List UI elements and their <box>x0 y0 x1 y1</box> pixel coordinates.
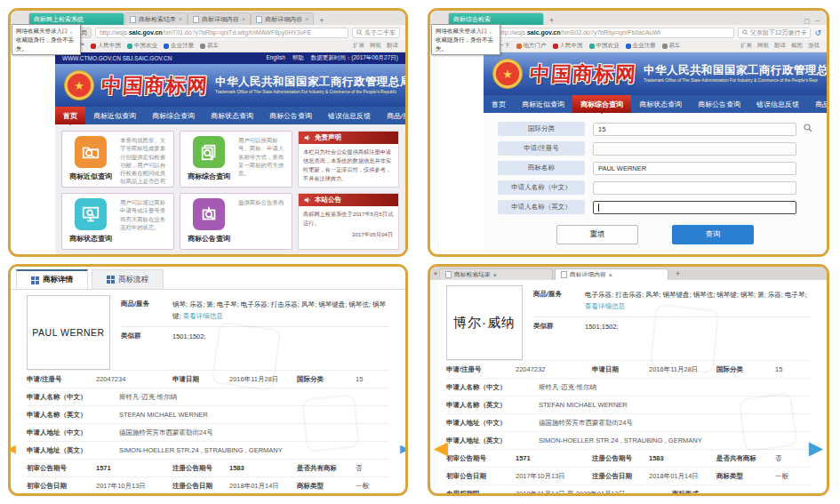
class-picker-search-icon[interactable] <box>804 124 812 132</box>
bookmark-item[interactable]: 企业注册 <box>626 42 656 50</box>
next-arrow-icon[interactable]: ▶ <box>809 437 823 459</box>
view-detail-link[interactable]: 查看详细信息 <box>183 312 223 320</box>
card-similar-search[interactable]: 商标近似查询 本查询就图形、文字等商标组成要素分别提供近似检索功能，用户可以自行… <box>61 131 174 188</box>
browser-tab[interactable]: 商标检索结果 × <box>439 268 553 280</box>
site-nav: 首页 商标近似查询 商标综合查询 商标状态查询 商标公告查询 错误信息反馈 商品… <box>55 107 405 124</box>
app-number-input[interactable] <box>593 142 796 156</box>
toolbar-games[interactable]: 游戏 <box>808 42 820 50</box>
toolbar-netbank[interactable]: 网银 <box>370 42 381 50</box>
toolbar-translate[interactable]: 翻译 <box>774 42 786 50</box>
undo-icon[interactable]: ↺ <box>814 28 821 37</box>
similar-group-label: 类似群 <box>533 322 585 333</box>
bookmark-item[interactable]: 人民中国 <box>553 42 583 50</box>
monitor-search-icon <box>75 198 107 230</box>
tab-mark-process[interactable]: 商标流程 <box>92 269 164 289</box>
mark-name-label: 商标名称 <box>498 161 585 175</box>
toolbar-screenshot[interactable]: 截图 <box>791 42 803 50</box>
bookmark-icon <box>516 44 522 49</box>
browser-tab[interactable]: 商标检索结果 × <box>124 12 188 25</box>
english-link[interactable]: English <box>266 54 284 62</box>
table-row: 初审公告期号1571 注册公告期号1583 是否共有商标否 <box>27 459 389 476</box>
bookmark-item[interactable]: 中国农业 <box>589 42 620 50</box>
detail-content: PAUL WERNER 商品/服务 钢琴; 乐器; 箫; 电子琴; 电子乐器; … <box>11 290 405 494</box>
site-header: ★ 中国商标网 中华人民共和国国家工商行政管理总局商标局 Trademark O… <box>55 64 405 107</box>
trademark-image: 博尔·威纳 <box>446 285 523 360</box>
applicant-en-input[interactable] <box>593 201 796 214</box>
table-row: 申请人地址（英文）SIMON-HOELLER STR.24 , STRAUBIN… <box>27 441 389 459</box>
trademark-image: PAUL WERNER <box>27 295 110 370</box>
tab-label: 商标综合检索 <box>453 15 491 24</box>
address-input[interactable]: http://wsjs.saic.gov.cn/txnS02.do?y7bRbp… <box>493 28 734 38</box>
mark-name-input[interactable]: PAUL WERNER <box>593 162 796 175</box>
table-row: 初审公告期号1571 注册公告期号1583 是否共有商标否 <box>446 449 811 467</box>
ctmo-emblem-icon: ★ <box>492 59 523 89</box>
close-icon[interactable]: × <box>493 272 497 278</box>
nav-gazette-search[interactable]: 商标公告查询 <box>690 95 748 113</box>
card-status-search[interactable]: 商标状态查询 用户可以通过商标申请号或注册号查询有关商标在业务流程中的状态。 <box>61 193 174 250</box>
site-nav: 首页 商标近似查询 商标综合查询 商标状态查询 商标公告查询 错误信息反馈 商品… <box>484 95 827 113</box>
nav-home[interactable]: 首页 <box>484 95 514 113</box>
close-icon[interactable]: × <box>434 270 437 276</box>
table-row: 申请/注册号22047234 申请日期2016年11月28日 国际分类15 <box>27 370 389 388</box>
close-icon[interactable]: × <box>305 16 308 22</box>
search-button[interactable]: 查询 <box>672 225 754 244</box>
bookmark-item[interactable]: 人民中国 <box>91 42 121 50</box>
nav-home[interactable]: 首页 <box>55 107 85 124</box>
bookmark-item[interactable]: 企业注册 <box>164 42 194 50</box>
quick-search-box[interactable]: 父亲留下12万银行卡 <box>738 28 812 38</box>
card-gazette-search[interactable]: 商标公告查询 提供商标公告查询 <box>180 193 292 250</box>
prev-arrow-icon[interactable]: ◀ <box>434 437 448 459</box>
new-tab-button[interactable]: + <box>544 16 559 25</box>
minimize-icon[interactable]: ─ <box>815 18 820 25</box>
nav-similar-search[interactable]: 商标近似查询 <box>514 95 572 113</box>
toolbar-netbank[interactable]: 网银 <box>757 42 769 50</box>
address-input[interactable]: http://wsjs.saic.gov.cn/txnT01.do?y7bRbp… <box>95 28 348 38</box>
next-arrow-icon[interactable]: ▶ <box>400 442 408 455</box>
intl-class-input[interactable]: 15 <box>593 123 796 136</box>
reset-button[interactable]: 重填 <box>556 225 638 244</box>
toolbar-extensions[interactable]: 扩展 <box>353 42 364 50</box>
page-icon <box>130 16 136 23</box>
bookmark-item[interactable]: 易车 <box>200 42 219 50</box>
nav-error-feedback[interactable]: 错误信息反馈 <box>748 95 807 113</box>
view-detail-link[interactable]: 查看详细信息 <box>585 302 625 310</box>
close-icon[interactable]: × <box>179 16 182 22</box>
close-icon[interactable]: × <box>242 16 245 22</box>
help-link[interactable]: 帮助 <box>292 54 304 62</box>
new-tab-button[interactable]: + <box>670 269 685 278</box>
tab-strip: 商标网上检索系统 商标检索结果 × 商标详细内容 × 商标详细内容 × <box>11 11 405 25</box>
quick-search-box[interactable]: 瓜子二手车 <box>352 28 400 38</box>
nav-error-feedback[interactable]: 错误信息反馈 <box>320 107 379 124</box>
folder-search-icon <box>75 136 107 168</box>
tab-mark-detail[interactable]: 商标详情 <box>16 269 88 289</box>
applicant-cn-input[interactable] <box>593 181 796 195</box>
browser-tab-active[interactable]: 商标综合检索 <box>448 12 544 25</box>
card-comprehensive-search[interactable]: 商标综合查询 用户可以按商标号、商标、申请人名称等方式，查询某一商标的有关信息。 <box>180 131 292 188</box>
browser-tab[interactable]: 商标详细内容 × <box>251 12 314 25</box>
detail-content: 博尔·威纳 商品/服务 电子乐器; 打击乐器; 风琴; 钢琴键盘; 钢琴弦; 钢… <box>430 280 827 496</box>
nav-goods-services[interactable]: 商品/服务项目 <box>379 107 408 124</box>
similar-group-label: 类似群 <box>121 332 172 343</box>
nav-comprehensive-search[interactable]: 商标综合查询 <box>144 107 203 124</box>
toolbar-extensions[interactable]: 扩展 <box>740 42 752 50</box>
bookmark-item[interactable]: 地方门户 <box>516 42 547 50</box>
prev-arrow-icon[interactable]: ◀ <box>8 442 16 455</box>
browser-tab[interactable]: 商标详细内容 × <box>188 12 251 25</box>
nav-similar-search[interactable]: 商标近似查询 <box>85 107 144 124</box>
nav-gazette-search[interactable]: 商标公告查询 <box>261 107 320 124</box>
nav-status-search[interactable]: 商标状态查询 <box>203 107 261 124</box>
bookmark-item[interactable]: 中国农业 <box>127 42 157 50</box>
table-row: 申请人名称（英文）STEFAN MICHAEL WERNER <box>446 396 811 413</box>
goods-list: 电子乐器; 打击乐器; 风琴; 钢琴键盘; 钢琴弦; 钢琴键; 钢琴; 箫; 乐… <box>585 291 807 299</box>
restore-icon[interactable]: ▢ <box>804 18 810 25</box>
nav-comprehensive-search[interactable]: 商标综合查询 <box>572 95 631 113</box>
browser-tab-active[interactable]: 商标网上检索系统 <box>28 12 124 25</box>
nav-goods-services[interactable]: 商品/服务项目 <box>807 95 829 113</box>
new-tab-button[interactable]: + <box>314 16 329 25</box>
bookmark-item[interactable]: 易车 <box>662 42 681 50</box>
toolbar-translate[interactable]: 翻译 <box>387 42 398 50</box>
browser-tab-active[interactable]: 商标详细内容 × <box>555 268 668 280</box>
close-icon[interactable]: × <box>609 272 612 278</box>
table-row: 申请人名称（中文）斯特凡·迈克·维尔纳 <box>27 388 389 405</box>
nav-status-search[interactable]: 商标状态查询 <box>631 95 690 113</box>
